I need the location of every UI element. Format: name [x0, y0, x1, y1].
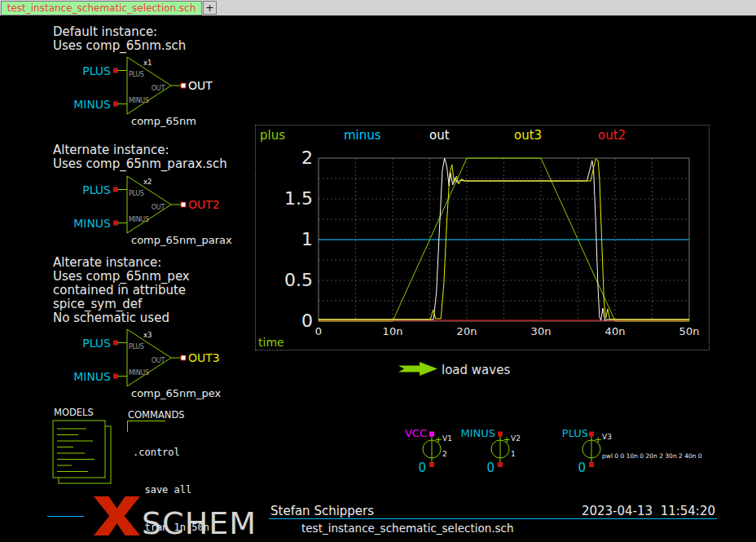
pin-square [589, 462, 594, 467]
polarity-plus-sign: + [595, 434, 602, 445]
net-label-plus[interactable]: PLUS [562, 427, 588, 439]
waveform-graph[interactable]: 00.511.52010n20n30n40n50n plusminusoutou… [255, 125, 710, 350]
note-line: Alternate instance: [53, 143, 227, 157]
net-label-gnd[interactable]: 0 [486, 460, 494, 475]
legend-item-out[interactable]: out [429, 128, 450, 143]
note-line: Uses comp_65nm_pex [53, 270, 190, 284]
net-label-minus[interactable]: MINUS [460, 427, 495, 439]
net-label-gnd[interactable]: 0 [578, 460, 586, 475]
x-tick-label: 30n [531, 325, 552, 337]
comparator-x3[interactable]: PLUS MINUS x3 PLUS MINUS OUT OUT3 comp_6… [78, 324, 225, 406]
models-label: MODELS [54, 407, 94, 418]
pin-square [429, 432, 434, 437]
note-line: Alterate instance: [53, 256, 190, 270]
x-tick-label: 10n [383, 325, 403, 337]
note-line: No schematic used [53, 311, 190, 325]
x-tick-label: 40n [605, 325, 626, 337]
symbol-pin-label: OUT [152, 204, 165, 211]
pin-square [113, 374, 118, 379]
pin-square [113, 68, 118, 73]
net-label-minus[interactable]: MINUS [73, 217, 111, 230]
symbol-pin-label: MINUS [129, 369, 149, 377]
spice-command-line: .control [133, 447, 398, 459]
pin-square-out [181, 83, 186, 88]
polarity-plus-sign: + [503, 434, 511, 445]
note-line: Uses comp_65nm_parax.sch [53, 157, 227, 171]
titleblock-author: Stefan Schippers [270, 504, 374, 518]
instance-designator: x2 [143, 178, 152, 186]
load-waves-launcher[interactable]: load waves [442, 363, 510, 377]
x-tick-label: 0 [315, 325, 322, 337]
instance-designator: x1 [143, 59, 152, 67]
note-default-instance[interactable]: Default instance: Uses comp_65nm.sch [53, 25, 186, 53]
note-pex-instance[interactable]: Alterate instance: Uses comp_65nm_pex co… [53, 256, 190, 325]
voltage-source-v1[interactable]: + VCC V1 2 0 [405, 427, 452, 475]
symbol-pin-label: MINUS [129, 216, 149, 223]
x-tick-label: 20n [457, 325, 477, 337]
legend-item-out3[interactable]: out3 [514, 128, 542, 143]
pin-square [498, 432, 503, 437]
legend-item-plus[interactable]: plus [260, 128, 285, 143]
net-label-minus[interactable]: MINUS [73, 370, 111, 383]
models-documents-icon[interactable] [51, 419, 116, 486]
pin-square [498, 462, 503, 467]
net-label-out[interactable]: OUT [188, 79, 213, 92]
pin-square [589, 432, 594, 437]
titleblock-sheet-name: test_instance_schematic_selection.sch [301, 522, 514, 535]
tab-current[interactable]: test_instance_schematic_selection.sch [1, 1, 202, 15]
y-tick-label: 0.5 [284, 270, 313, 290]
note-alternate-instance[interactable]: Alternate instance: Uses comp_65nm_parax… [53, 143, 227, 171]
source-designator: V3 [602, 433, 612, 441]
note-line: Uses comp_65nm.sch [53, 39, 186, 53]
pin-square [429, 462, 434, 467]
legend-item-minus[interactable]: minus [344, 128, 381, 143]
launcher-arrow-icon[interactable] [398, 362, 437, 376]
x-tick-label: 50n [679, 325, 700, 337]
commands-underline [127, 421, 165, 421]
net-label-out3[interactable]: OUT3 [188, 351, 220, 364]
y-tick-label: 0 [301, 311, 313, 331]
note-line: spice_sym_def [53, 297, 190, 311]
instance-designator: x3 [143, 331, 152, 339]
schematic-canvas[interactable]: Default instance: Uses comp_65nm.sch Alt… [0, 0, 756, 542]
voltage-source-v3[interactable]: + PLUS V3 pwl 0 0 10n 0 20n 2 30n 2 40n … [562, 427, 702, 475]
net-label-minus[interactable]: MINUS [73, 98, 111, 111]
waveform-plot[interactable]: 00.511.52010n20n30n40n50n [256, 126, 709, 350]
net-label-gnd[interactable]: 0 [418, 460, 426, 475]
symbol-pin-label: OUT [152, 85, 165, 92]
polarity-plus-sign: + [435, 434, 442, 445]
spice-command-line: save all [133, 484, 398, 496]
pin-square-out [181, 202, 186, 207]
cell-name: comp_65nm [131, 115, 196, 127]
net-label-plus[interactable]: PLUS [82, 64, 111, 77]
comparator-x2[interactable]: PLUS MINUS x2 PLUS MINUS OUT OUT2 comp_6… [78, 171, 225, 253]
comparator-x1[interactable]: PLUS MINUS x1 PLUS MINUS OUT OUT comp_65… [78, 52, 225, 134]
titleblock-datetime: 2023-04-13 11:54:20 [521, 504, 715, 518]
net-label-plus[interactable]: PLUS [82, 183, 111, 196]
pin-square [113, 341, 118, 346]
voltage-sources[interactable]: + VCC V1 2 0 + MINUS V2 1 0 + PLUS V3 [403, 424, 705, 478]
y-tick-label: 2 [301, 148, 313, 168]
pin-square [113, 102, 118, 107]
commands-bracket [127, 421, 128, 432]
symbol-pin-label: PLUS [129, 343, 144, 350]
legend-item-out2[interactable]: out2 [598, 128, 626, 143]
net-label-plus[interactable]: PLUS [82, 337, 111, 350]
net-label-out2[interactable]: OUT2 [188, 198, 220, 211]
y-tick-label: 1 [301, 229, 313, 249]
symbol-pin-label: MINUS [129, 97, 149, 104]
cell-name: comp_65nm_parax [131, 234, 232, 246]
symbol-pin-label: PLUS [129, 71, 144, 78]
source-designator: V2 [511, 434, 521, 443]
voltage-source-v2[interactable]: + MINUS V2 1 0 [460, 427, 520, 475]
xschem-logo-text: SCHEM [142, 505, 257, 541]
new-tab-button[interactable]: + [203, 1, 217, 15]
xschem-logo-x [94, 496, 140, 535]
symbol-pin-label: OUT [152, 357, 165, 364]
pin-square-out [181, 355, 186, 360]
symbol-pin-label: PLUS [129, 190, 144, 197]
net-label-vcc[interactable]: VCC [405, 427, 427, 439]
titleblock-underline [269, 518, 717, 519]
source-value: 1 [511, 450, 516, 458]
cell-name: comp_65nm_pex [131, 387, 221, 399]
